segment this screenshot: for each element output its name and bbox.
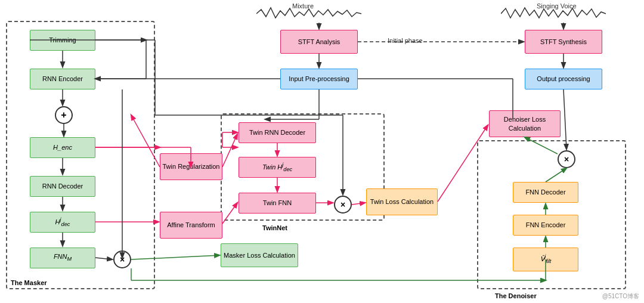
twin-h-dec-box: Twin Hjdec — [239, 157, 316, 178]
singing-voice-label: Singing Voice — [537, 2, 577, 10]
input-preprocessing-box: Input Pre-processing — [280, 69, 358, 89]
v-filt-box: V̂jfilt — [513, 248, 578, 271]
twin-regularization-box: Twin Regularization — [160, 153, 222, 180]
fnn-encoder-box: FNN Encoder — [513, 215, 578, 236]
masker-loss-box: Masker Loss Calculation — [221, 243, 298, 267]
affine-transform-box: Affine Transform — [160, 212, 222, 239]
denoiser-loss-box: Denoiser Loss Calculation — [489, 110, 561, 137]
twin-rnn-decoder-box: Twin RNN Decoder — [239, 122, 316, 143]
watermark: @51CTO博客 — [602, 292, 639, 301]
trimming-box: Trimming — [30, 30, 95, 51]
h-dec-box: Hjdec — [30, 212, 95, 233]
h-enc-box: H_enc — [30, 137, 95, 158]
twin-loss-box: Twin Loss Calculation — [366, 188, 438, 215]
mixture-label: Mixture — [292, 2, 314, 10]
stft-synthesis-box: STFT Synthesis — [525, 30, 602, 54]
twin-mult-circle: × — [334, 196, 352, 214]
fnn-m-box: FNNM — [30, 248, 95, 268]
initial-phase-label: Initial phase — [388, 37, 423, 44]
stft-analysis-box: STFT Analysis — [280, 30, 358, 54]
denoiser-label: The Denoiser — [495, 292, 537, 299]
twin-fnn-box: Twin FNN — [239, 193, 316, 214]
rnn-encoder-box: RNN Encoder — [30, 69, 95, 89]
fnn-decoder-box: FNN Decoder — [513, 182, 578, 203]
masker-label: The Masker — [11, 279, 47, 286]
twinnet-label: TwinNet — [262, 224, 287, 231]
output-processing-box: Output processing — [525, 69, 602, 89]
diagram-container: Mixture Singing Voice STFT Analysis STFT… — [0, 0, 644, 303]
denoiser-mult-circle: × — [558, 150, 575, 168]
rnn-decoder-box: RNN Decoder — [30, 176, 95, 197]
masker-mult-circle: × — [113, 251, 131, 268]
sum-circle: + — [55, 106, 73, 124]
